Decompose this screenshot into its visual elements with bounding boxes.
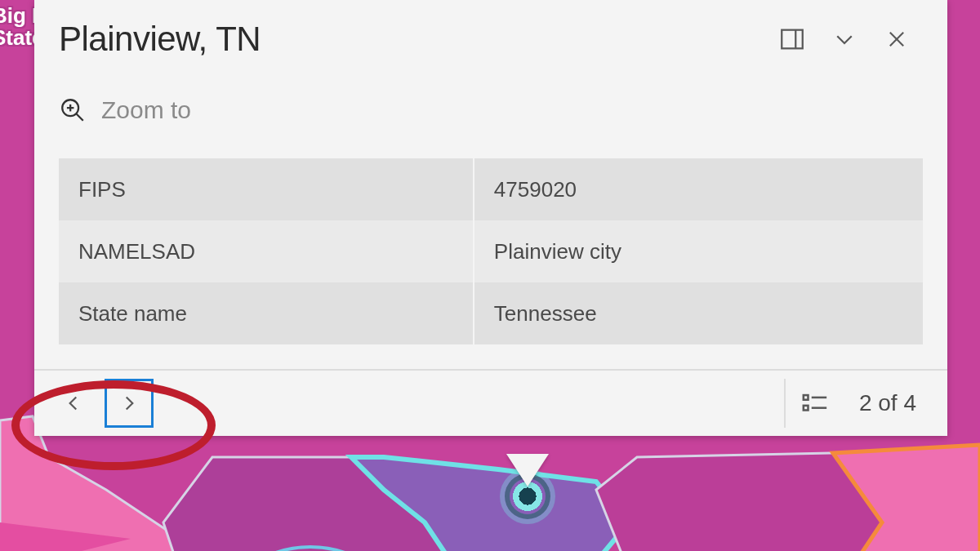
svg-rect-1 — [782, 30, 803, 49]
svg-rect-9 — [804, 395, 808, 400]
close-icon — [885, 28, 908, 51]
zoom-to-button[interactable]: Zoom to — [59, 78, 923, 142]
magnify-plus-icon — [59, 96, 87, 124]
popup-body: Zoom to FIPS 4759020 NAMELSAD Plainview … — [34, 78, 947, 369]
previous-feature-button[interactable] — [49, 379, 98, 428]
attr-value: Plainview city — [474, 220, 923, 282]
chevron-left-icon — [63, 393, 84, 414]
attr-value: 4759020 — [474, 158, 923, 220]
attr-label: FIPS — [59, 158, 474, 220]
table-row: State name Tennessee — [59, 282, 923, 344]
feature-popup: Plainview, TN — [34, 0, 947, 436]
popup-header: Plainview, TN — [34, 0, 947, 78]
table-row: NAMELSAD Plainview city — [59, 220, 923, 282]
attr-label: State name — [59, 282, 474, 344]
feature-page-count: 2 of 4 — [844, 390, 933, 416]
svg-line-6 — [77, 113, 83, 120]
attr-value: Tennessee — [474, 282, 923, 344]
svg-rect-10 — [804, 406, 808, 411]
close-button[interactable] — [871, 13, 923, 65]
chevron-down-icon — [832, 27, 857, 51]
select-list-icon — [801, 391, 829, 415]
dock-button[interactable] — [766, 13, 818, 65]
next-feature-button[interactable] — [105, 379, 154, 428]
dock-panel-icon — [778, 25, 806, 53]
attribute-table: FIPS 4759020 NAMELSAD Plainview city Sta… — [59, 158, 923, 344]
chevron-right-icon — [118, 393, 140, 414]
zoom-to-label: Zoom to — [101, 96, 191, 124]
table-row: FIPS 4759020 — [59, 158, 923, 220]
popup-title: Plainview, TN — [59, 20, 766, 59]
popup-pointer — [506, 454, 549, 487]
feature-list-button[interactable] — [784, 379, 844, 428]
collapse-button[interactable] — [818, 13, 871, 65]
attr-label: NAMELSAD — [59, 220, 474, 282]
popup-footer: 2 of 4 — [34, 369, 947, 436]
